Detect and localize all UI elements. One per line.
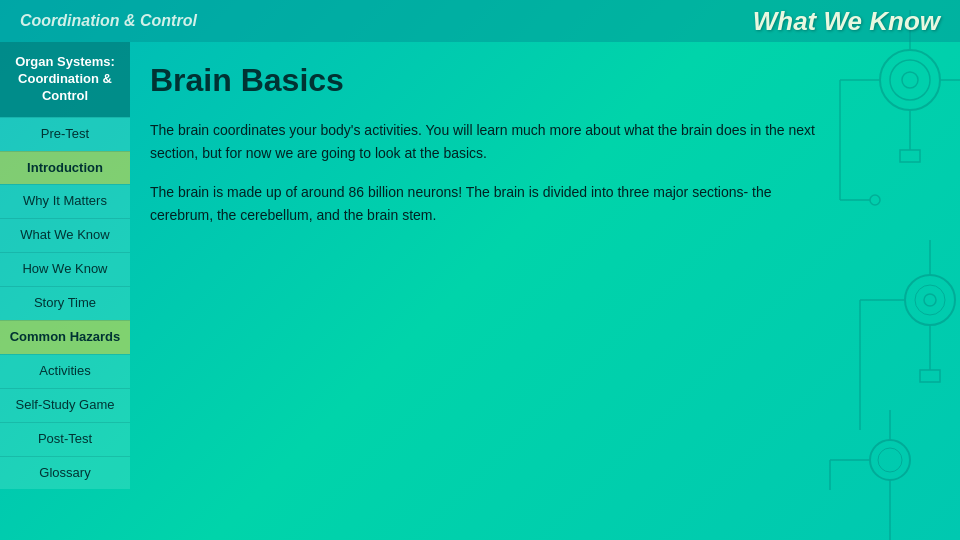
main-content: Brain Basics The brain coordinates your … — [130, 42, 960, 540]
page-title: Brain Basics — [150, 62, 930, 99]
sidebar-item-post-test[interactable]: Post-Test — [0, 422, 130, 456]
sidebar: Organ Systems: Coordination & Control Pr… — [0, 0, 130, 540]
header-right-title: What We Know — [753, 6, 940, 37]
sidebar-item-glossary[interactable]: Glossary — [0, 456, 130, 490]
sidebar-item-story-time[interactable]: Story Time — [0, 286, 130, 320]
sidebar-item-activities[interactable]: Activities — [0, 354, 130, 388]
sidebar-item-common-hazards[interactable]: Common Hazards — [0, 320, 130, 354]
sidebar-top-item: Organ Systems: Coordination & Control — [0, 42, 130, 117]
sidebar-item-why-it-matters[interactable]: Why It Matters — [0, 184, 130, 218]
paragraph-2: The brain is made up of around 86 billio… — [150, 181, 830, 227]
sidebar-item-self-study-game[interactable]: Self-Study Game — [0, 388, 130, 422]
sidebar-item-what-we-know[interactable]: What We Know — [0, 218, 130, 252]
paragraph-1: The brain coordinates your body's activi… — [150, 119, 830, 165]
sidebar-item-how-we-know[interactable]: How We Know — [0, 252, 130, 286]
header-bar: Coordination & Control What We Know — [0, 0, 960, 42]
header-left-title: Coordination & Control — [20, 12, 197, 30]
content-area: The brain coordinates your body's activi… — [150, 119, 830, 227]
sidebar-item-pretest[interactable]: Pre-Test — [0, 117, 130, 151]
sidebar-item-introduction[interactable]: Introduction — [0, 151, 130, 185]
